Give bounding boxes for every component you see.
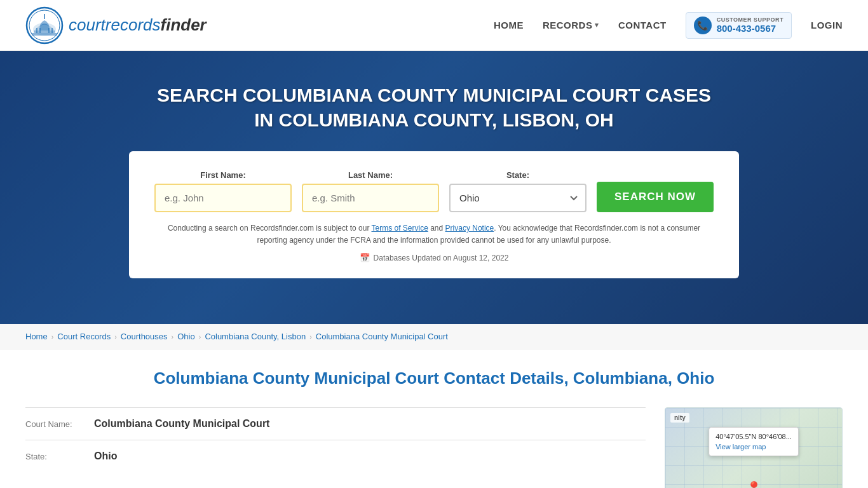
logo-icon xyxy=(25,6,64,44)
search-disclaimer: Conducting a search on Recordsfinder.com… xyxy=(154,222,714,247)
last-name-input[interactable] xyxy=(302,184,439,212)
page-title: Columbiana County Municipal Court Contac… xyxy=(25,369,843,388)
svg-rect-9 xyxy=(51,28,53,33)
breadcrumb-current[interactable]: Columbiana County Municipal Court xyxy=(316,332,448,341)
db-updated: 📅 Databases Updated on August 12, 2022 xyxy=(154,253,714,262)
breadcrumb-sep-5: › xyxy=(309,333,312,341)
map-section: nity 40°47'05.5"N 80°46'08... View large… xyxy=(665,407,843,488)
court-name-value: Columbiana County Municipal Court xyxy=(94,418,269,430)
site-header: courtrecordsfinder HOME RECORDS ▾ CONTAC… xyxy=(0,0,868,51)
content-grid: Court Name: Columbiana County Municipal … xyxy=(25,407,843,488)
hero-title: SEARCH COLUMBIANA COUNTY MUNICIPAL COURT… xyxy=(148,83,720,132)
breadcrumb-columbiana-lisbon[interactable]: Columbiana County, Lisbon xyxy=(205,332,306,341)
state-row: State: Ohio xyxy=(25,440,646,472)
privacy-link[interactable]: Privacy Notice xyxy=(445,224,494,233)
breadcrumb: Home › Court Records › Courthouses › Ohi… xyxy=(0,324,868,349)
chevron-down-icon: ▾ xyxy=(595,21,599,29)
map-label: nity xyxy=(670,413,689,423)
svg-rect-4 xyxy=(32,33,57,36)
court-name-row: Court Name: Columbiana County Municipal … xyxy=(25,407,646,440)
tos-link[interactable]: Terms of Service xyxy=(372,224,428,233)
last-name-label: Last Name: xyxy=(302,170,439,180)
phone-icon: 📞 xyxy=(694,17,712,34)
nav-home[interactable]: HOME xyxy=(494,20,524,30)
logo-text: courtrecordsfinder xyxy=(69,15,207,35)
state-label: State: xyxy=(449,170,587,180)
search-box: First Name: Last Name: State: Ohio Alaba… xyxy=(129,151,739,278)
breadcrumb-home[interactable]: Home xyxy=(25,332,48,341)
calendar-icon: 📅 xyxy=(360,253,370,262)
first-name-group: First Name: xyxy=(154,170,292,212)
svg-rect-6 xyxy=(36,28,37,33)
state-group: State: Ohio Alabama Alaska Arizona Arkan… xyxy=(449,170,587,212)
last-name-group: Last Name: xyxy=(302,170,439,212)
breadcrumb-ohio[interactable]: Ohio xyxy=(177,332,194,341)
state-detail-value: Ohio xyxy=(94,451,117,462)
phone-support[interactable]: 📞 CUSTOMER SUPPORT 800-433-0567 xyxy=(686,12,792,39)
details-section: Court Name: Columbiana County Municipal … xyxy=(25,407,646,488)
login-button[interactable]: LOGIN xyxy=(811,20,843,30)
view-larger-map-link[interactable]: View larger map xyxy=(715,443,792,451)
first-name-input[interactable] xyxy=(154,184,292,212)
map-coordinates: 40°47'05.5"N 80°46'08... xyxy=(715,433,792,440)
logo[interactable]: courtrecordsfinder xyxy=(25,6,207,44)
breadcrumb-sep-3: › xyxy=(172,333,174,341)
state-select[interactable]: Ohio Alabama Alaska Arizona Arkansas Cal… xyxy=(449,184,587,212)
map-tooltip: 40°47'05.5"N 80°46'08... View larger map xyxy=(709,427,799,456)
breadcrumb-sep-2: › xyxy=(114,333,117,341)
map-placeholder: nity 40°47'05.5"N 80°46'08... View large… xyxy=(665,408,842,488)
breadcrumb-court-records[interactable]: Court Records xyxy=(57,332,111,341)
breadcrumb-courthouses[interactable]: Courthouses xyxy=(121,332,168,341)
court-name-label: Court Name: xyxy=(25,419,89,429)
search-button[interactable]: SEARCH NOW xyxy=(597,182,714,212)
svg-rect-5 xyxy=(44,14,45,19)
hero-section: SEARCH COLUMBIANA COUNTY MUNICIPAL COURT… xyxy=(0,51,868,324)
main-content: Columbiana County Municipal Court Contac… xyxy=(0,349,868,488)
svg-rect-7 xyxy=(39,28,41,33)
phone-info: CUSTOMER SUPPORT 800-433-0567 xyxy=(717,17,783,34)
breadcrumb-sep-1: › xyxy=(51,333,54,341)
main-nav: HOME RECORDS ▾ CONTACT 📞 CUSTOMER SUPPOR… xyxy=(494,12,843,39)
map-container[interactable]: nity 40°47'05.5"N 80°46'08... View large… xyxy=(665,407,843,488)
nav-records[interactable]: RECORDS ▾ xyxy=(543,20,599,30)
svg-rect-8 xyxy=(48,28,50,33)
first-name-label: First Name: xyxy=(154,170,292,180)
nav-contact[interactable]: CONTACT xyxy=(618,20,667,30)
map-pin-icon: 📍 xyxy=(746,480,762,488)
breadcrumb-sep-4: › xyxy=(199,333,201,341)
state-detail-label: State: xyxy=(25,452,89,461)
